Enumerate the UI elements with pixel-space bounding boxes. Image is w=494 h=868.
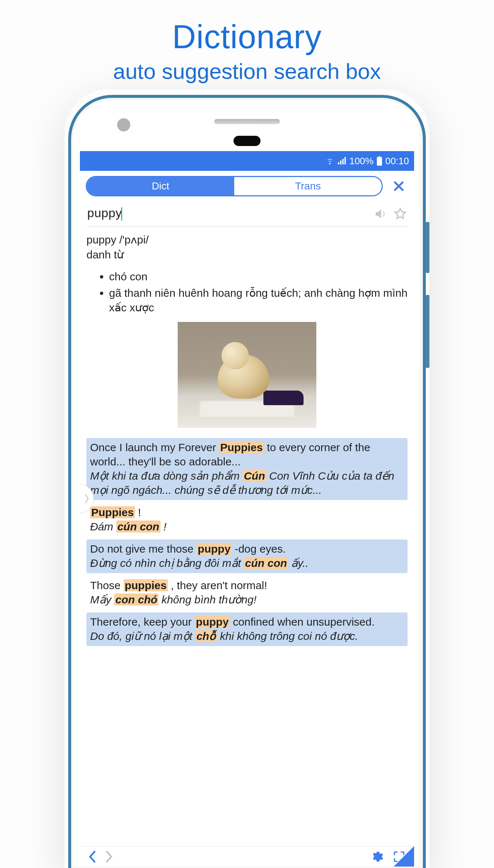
example-card: Puppies !Đám cún con ! (86, 503, 408, 537)
part-of-speech: danh từ (86, 247, 408, 262)
wifi-icon (325, 157, 335, 165)
example-vi: Đừng có nhìn chị bằng đôi mắt cún con ấy… (90, 556, 404, 570)
screen: 100% 00:10 Dict Trans (80, 151, 414, 867)
close-button[interactable] (389, 178, 408, 194)
battery-icon (377, 156, 382, 166)
tab-dict[interactable]: Dict (87, 177, 234, 195)
promo-caption: Dictionary auto suggestion search box (0, 0, 494, 84)
phone-frame: 100% 00:10 Dict Trans (68, 95, 426, 868)
side-button-icon (426, 295, 429, 368)
mode-segment: Dict Trans (86, 176, 383, 196)
entry-image (178, 322, 316, 428)
side-button-icon (426, 222, 429, 273)
example-card: Do not give me those puppy -dog eyes.Đừn… (86, 539, 408, 573)
promo-subtitle: auto suggestion search box (0, 59, 494, 84)
settings-button[interactable] (367, 850, 386, 863)
definition-list: chó congã thanh niên huênh hoang rỗng tu… (109, 269, 408, 315)
sensor-slot-icon (234, 136, 260, 146)
promo-title: Dictionary (0, 18, 494, 56)
example-en: Those puppies , they aren't normal! (90, 578, 404, 592)
definition-item: gã thanh niên huênh hoang rỗng tuếch; an… (109, 286, 408, 315)
example-vi: Đám cún con ! (90, 519, 404, 534)
example-vi: Do đó, giữ nó lại một chỗ khi không trôn… (90, 629, 404, 643)
battery-pct: 100% (349, 155, 374, 167)
example-vi: Mấy con chó không bình thường! (90, 592, 404, 607)
speaker-slot-icon (214, 119, 280, 124)
search-input[interactable]: puppy (86, 204, 368, 224)
clock: 00:10 (385, 155, 409, 167)
example-en: Once I launch my Forever Puppies to ever… (90, 440, 404, 469)
favorite-button[interactable] (393, 207, 408, 221)
example-vi: Một khi ta đưa dòng sản phẩm Cún Con Vĩn… (90, 469, 404, 497)
example-en: Do not give me those puppy -dog eyes. (90, 542, 404, 556)
example-card: Therefore, keep your puppy confined when… (86, 612, 408, 646)
example-en: Therefore, keep your puppy confined when… (90, 615, 404, 629)
nav-back-button[interactable] (86, 850, 99, 863)
signal-icon (337, 157, 346, 165)
headword-line: puppy /'pʌpi/ (86, 233, 408, 247)
camera-dot-icon (117, 118, 130, 131)
pronounce-button[interactable] (373, 207, 388, 221)
example-en: Puppies ! (90, 505, 404, 519)
nav-forward-button[interactable] (103, 850, 116, 863)
text-caret-icon (121, 207, 122, 220)
examples-list: Once I launch my Forever Puppies to ever… (86, 438, 408, 646)
example-card: Those puppies , they aren't normal!Mấy c… (86, 576, 408, 610)
resize-handle-icon[interactable] (394, 846, 414, 867)
bottom-toolbar (80, 846, 414, 867)
status-bar: 100% 00:10 (80, 151, 414, 171)
definition-item: chó con (109, 269, 408, 284)
tab-trans[interactable]: Trans (234, 177, 382, 195)
example-card: Once I launch my Forever Puppies to ever… (86, 438, 408, 500)
